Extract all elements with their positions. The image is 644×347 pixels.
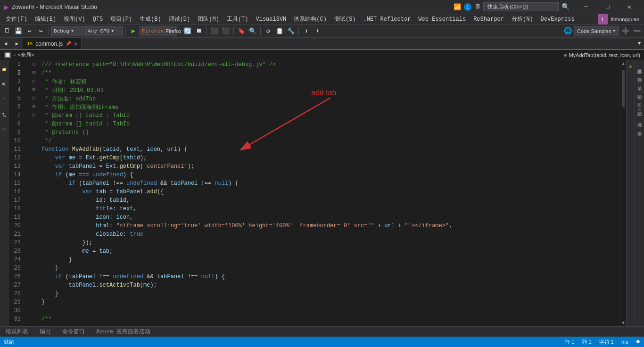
code-line-15[interactable]: if (tabPanel !== undefined && tabPanel !… bbox=[40, 179, 619, 188]
search-icon[interactable]: 🔍 bbox=[561, 3, 570, 11]
code-samples-dropdown[interactable]: Code Samples ▼ bbox=[574, 26, 619, 36]
code-line-29[interactable]: } bbox=[40, 298, 619, 306]
close-button[interactable]: ✕ bbox=[619, 0, 640, 14]
tab-close-icon[interactable]: ✕ bbox=[74, 41, 77, 47]
code-line-5[interactable]: * 方法名: addTab bbox=[40, 94, 619, 103]
toolbar-btn-undo[interactable]: ↩ bbox=[25, 26, 35, 36]
activity-item-search[interactable]: 🔍 bbox=[0, 77, 8, 91]
user-name[interactable]: linhongquan bbox=[611, 17, 639, 22]
code-line-24[interactable]: } bbox=[40, 256, 619, 264]
right-panel-translate[interactable]: 翻译 bbox=[636, 71, 644, 78]
maximize-button[interactable]: □ bbox=[597, 0, 619, 14]
right-panel-item3[interactable]: 某功能2 bbox=[636, 105, 644, 115]
toolbar-btn-misc5[interactable]: ⬇ bbox=[313, 26, 323, 36]
toolbar-btn-misc3[interactable]: 🔧 bbox=[286, 26, 296, 36]
toolbar-btn-stop[interactable]: ⏹ bbox=[194, 26, 204, 36]
menu-item-debug[interactable]: 调试(D) bbox=[165, 14, 194, 24]
code-line-22[interactable]: }); bbox=[40, 239, 619, 247]
tab-pin-icon[interactable]: 📌 bbox=[66, 41, 71, 47]
toolbar-btn-save-all[interactable]: 💾 bbox=[13, 26, 24, 36]
vertical-scrollbar[interactable]: ▲ ▼ bbox=[619, 60, 626, 326]
cb-31[interactable]: ⊟ bbox=[31, 111, 37, 120]
cb-15[interactable]: ⊟ bbox=[31, 86, 37, 94]
right-panel-item1[interactable]: 某某 bbox=[636, 79, 644, 87]
code-line-18[interactable]: title: text, bbox=[40, 205, 619, 213]
right-panel-item4[interactable]: 准确 bbox=[636, 116, 644, 123]
code-line-8[interactable]: * @param {} tabid : TabId bbox=[40, 120, 619, 128]
config-dropdown[interactable]: Debug ▼ bbox=[51, 26, 84, 36]
toolbar-btn-align-left[interactable]: ⬛ bbox=[209, 26, 220, 36]
menu-item-resharper[interactable]: ReSharper bbox=[470, 15, 508, 24]
tab-common-js[interactable]: JS common.js 📌 ✕ bbox=[23, 38, 82, 49]
cpu-dropdown[interactable]: Any CPU ▼ bbox=[85, 26, 123, 36]
code-line-20[interactable]: html: "<iframe scrolling='true' width='1… bbox=[40, 222, 619, 230]
status-char[interactable]: 字符 1 bbox=[599, 339, 614, 346]
toolbar-btn-misc1[interactable]: ⚙ bbox=[263, 26, 273, 36]
code-line-19[interactable]: icon: icon, bbox=[40, 213, 619, 222]
code-line-9[interactable]: * @returns {} bbox=[40, 128, 619, 137]
toolbar-btn-align-right[interactable]: ⬛ bbox=[221, 26, 231, 36]
code-line-3[interactable]: * 作者: 林宏权 bbox=[40, 77, 619, 86]
menu-item-team[interactable]: 团队(M) bbox=[194, 14, 223, 24]
bottom-tab-errors[interactable]: 错误列表 bbox=[0, 327, 34, 337]
collapse-all-icon[interactable]: 🔲 bbox=[4, 51, 11, 59]
right-panel-assembly[interactable]: 程序集资源管理器 bbox=[636, 62, 644, 70]
activity-item-git[interactable]: ⑂ bbox=[0, 92, 8, 107]
menu-item-project[interactable]: 项目(P) bbox=[107, 14, 136, 24]
status-row[interactable]: 行 1 bbox=[565, 339, 574, 346]
code-line-11[interactable]: function MyAddTab(tabid, text, icon, url… bbox=[40, 145, 619, 154]
quick-launch-label[interactable]: 快速启动 (Ctrl+Q) bbox=[483, 2, 559, 11]
toolbar-btn-misc4[interactable]: ⬆ bbox=[301, 26, 312, 36]
code-line-17[interactable]: id: tabid, bbox=[40, 196, 619, 205]
code-content[interactable]: /// <reference path="D:\HR\WebHR\WebHR\E… bbox=[38, 60, 619, 326]
code-line-12[interactable]: var me = Ext.getCmp(tabid); bbox=[40, 154, 619, 162]
breadcrumb-function[interactable]: MyAddTab(tabid, text, icon, url) bbox=[569, 52, 640, 58]
play-button[interactable]: ▶ bbox=[128, 26, 139, 36]
toolbar-btn-misc2[interactable]: 📋 bbox=[274, 26, 285, 36]
tab-nav-prev[interactable]: ◀ bbox=[0, 38, 11, 49]
right-panel-item2[interactable]: 某功能 bbox=[636, 88, 644, 95]
code-line-14[interactable]: if (me === undefined) { bbox=[40, 171, 619, 179]
menu-item-edit[interactable]: 编辑(E) bbox=[31, 14, 60, 24]
code-line-25[interactable]: } bbox=[40, 264, 619, 273]
cb-2[interactable]: ⊟ bbox=[31, 60, 37, 69]
menu-item-analyze[interactable]: 分析(N) bbox=[508, 14, 537, 24]
breadcrumb-all[interactable]: ≡ <全局> bbox=[13, 51, 34, 58]
code-line-23[interactable]: me = tab; bbox=[40, 247, 619, 256]
code-line-30[interactable] bbox=[40, 306, 619, 315]
menu-item-view[interactable]: 视图(V) bbox=[60, 14, 89, 24]
browser-dropdown[interactable]: Firefox Firefox ▼ bbox=[140, 26, 177, 36]
cb-11[interactable]: ⊟ bbox=[31, 69, 37, 77]
code-line-10[interactable]: */ bbox=[40, 137, 619, 145]
code-line-13[interactable]: var tabPanel = Ext.getCmp('centerPanel')… bbox=[40, 162, 619, 171]
code-line-31[interactable]: /** bbox=[40, 315, 619, 323]
status-ins[interactable]: Ins bbox=[621, 339, 628, 345]
toolbar-btn-remove[interactable]: ➖ bbox=[632, 26, 642, 36]
bottom-tab-azure[interactable]: Azure 应用服务活动 bbox=[91, 327, 156, 337]
menu-item-devexpress[interactable]: DevExpress bbox=[537, 15, 578, 24]
status-ready[interactable]: 就绪 bbox=[4, 339, 14, 346]
menu-item-build[interactable]: 生成(B) bbox=[136, 14, 165, 24]
minimize-button[interactable]: ─ bbox=[575, 0, 597, 14]
menu-item-architecture[interactable]: 体系结构(C) bbox=[290, 14, 330, 24]
scroll-thumb[interactable] bbox=[622, 70, 625, 107]
menu-item-webessentials[interactable]: Web Essentials bbox=[414, 15, 470, 24]
activity-item-explore[interactable]: 📁 bbox=[0, 62, 8, 76]
toolbar-btn-redo[interactable]: ↪ bbox=[36, 26, 46, 36]
menu-item-qt5[interactable]: QT5 bbox=[89, 15, 107, 24]
menu-item-reflector[interactable]: .NET Reflector bbox=[360, 15, 415, 24]
code-line-1[interactable]: /// <reference path="D:\HR\WebHR\WebHR\E… bbox=[40, 60, 619, 69]
tab-layout-btn[interactable]: ▼ bbox=[635, 38, 644, 49]
status-col[interactable]: 列 1 bbox=[582, 339, 591, 346]
toolbar-btn-refresh[interactable]: 🔄 bbox=[182, 26, 193, 36]
code-line-6[interactable]: * 作用: 添加面板到IFrame bbox=[40, 103, 619, 111]
menu-item-visualsvn[interactable]: VisualSVN bbox=[252, 15, 290, 24]
code-line-28[interactable]: } bbox=[40, 289, 619, 298]
right-panel-item5[interactable]: 编辑 bbox=[636, 124, 644, 132]
cb-14[interactable]: ⊟ bbox=[31, 77, 37, 86]
activity-item-ext[interactable]: ⊞ bbox=[0, 123, 8, 137]
editor-container[interactable]: 1 2 3 4 5 6 7 8 9 10 11 12 13 14 15 16 1… bbox=[8, 60, 635, 326]
code-line-21[interactable]: closable: true bbox=[40, 230, 619, 239]
code-line-27[interactable]: tabPanel.setActiveTab(me); bbox=[40, 281, 619, 289]
cb-26[interactable]: ⊟ bbox=[31, 103, 37, 111]
